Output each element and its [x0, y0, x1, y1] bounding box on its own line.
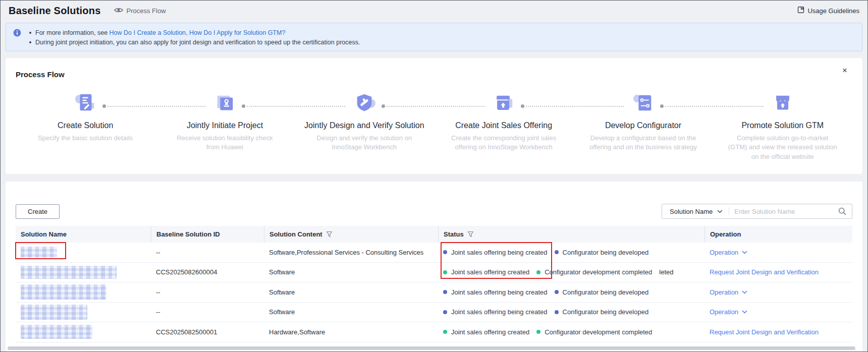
- step-title: Develop Configurator: [573, 121, 713, 130]
- table-row: CCS2025082600004 Software Joint sales of…: [16, 263, 852, 283]
- table-row: -- Software Joint sales offering being c…: [16, 282, 852, 303]
- status-dot-icon: [555, 290, 559, 294]
- bullet-icon: [29, 41, 31, 43]
- search-field-label: Solution Name: [670, 208, 713, 215]
- solution-content-cell: Software,Professional Services - Consult…: [264, 249, 438, 256]
- baseline-id-cell: --: [151, 288, 264, 296]
- solution-name-cell[interactable]: [16, 284, 151, 300]
- process-flow-title: Process Flow: [16, 70, 852, 79]
- search-control: Solution Name: [662, 204, 852, 219]
- document-pencil-icon: [74, 91, 97, 114]
- status-cell: Joint sales offering created Configurato…: [438, 328, 704, 336]
- step-description: Specify the basic solution details: [30, 134, 140, 143]
- column-header-solution-content: Solution Content: [264, 226, 438, 243]
- status-cell: Joint sales offering being created Confi…: [438, 288, 704, 296]
- info-icon: [13, 29, 21, 46]
- chevron-down-icon: [742, 251, 747, 254]
- create-button[interactable]: Create: [16, 204, 60, 219]
- table-header: Solution Name Baseline Solution ID Solut…: [16, 226, 852, 243]
- step-create-solution: Create Solution Specify the basic soluti…: [16, 91, 155, 161]
- banner-line-2: During joint project initiation, you can…: [26, 38, 360, 47]
- solutions-table-panel: Create Solution Name Solution Name Basel…: [6, 182, 862, 351]
- baseline-id-cell: CCS2025082500001: [151, 328, 264, 336]
- step-description: Develop a configurator based on the offe…: [588, 134, 698, 152]
- solution-content-cell: Hardware,Software: [264, 328, 438, 336]
- column-header-baseline-solution-id: Baseline Solution ID: [151, 226, 264, 243]
- redacted-solution-name: [21, 247, 57, 258]
- request-joint-design-link[interactable]: Request Joint Design and Verification: [710, 328, 819, 336]
- process-steps: Create Solution Specify the basic soluti…: [16, 91, 852, 161]
- step-description: Design and verify the solution on InnoSt…: [309, 134, 419, 152]
- operation-cell: Operation: [704, 308, 852, 316]
- status-cell: Joint sales offering being created Confi…: [438, 308, 704, 316]
- step-description: Receive solution feasibility check from …: [170, 134, 280, 152]
- chevron-down-icon: [717, 210, 723, 213]
- request-joint-design-link[interactable]: Request Joint Design and Verification: [710, 268, 819, 276]
- solution-content-cell: Software: [264, 308, 438, 316]
- horizontal-scrollbar[interactable]: [8, 346, 855, 350]
- status-badge: Joint sales offering being created: [443, 308, 548, 316]
- search-field-select[interactable]: Solution Name: [662, 208, 729, 215]
- filter-icon[interactable]: [467, 231, 474, 238]
- step-develop-configurator: Develop Configurator Develop a configura…: [573, 91, 713, 161]
- column-header-status: Status: [438, 226, 704, 243]
- baseline-id-cell: --: [151, 308, 264, 316]
- status-badge: Configurator being developed: [555, 288, 649, 296]
- shield-tools-icon: [353, 91, 376, 114]
- baseline-id-cell: CCS2025082600004: [151, 268, 264, 276]
- banner-help-link[interactable]: How Do I Create a Solution, How Do I App…: [110, 29, 286, 36]
- usage-guidelines-link[interactable]: Usage Guidelines: [797, 6, 859, 15]
- search-icon[interactable]: [838, 207, 846, 215]
- step-promote-solution-gtm: Promote Solution GTM Complete solution g…: [713, 91, 852, 161]
- usage-guidelines-label: Usage Guidelines: [807, 7, 859, 15]
- column-header-operation: Operation: [704, 226, 852, 243]
- redacted-solution-name: [21, 266, 117, 279]
- solution-name-cell[interactable]: [16, 325, 151, 339]
- table-row: -- Software,Professional Services - Cons…: [16, 243, 852, 263]
- solution-name-cell[interactable]: [16, 247, 151, 258]
- status-badge: Configurator being developed: [555, 249, 649, 256]
- page-title: Baseline Solutions: [9, 5, 101, 17]
- process-flow-toggle[interactable]: Process Flow: [114, 7, 166, 15]
- step-description: Complete solution go-to-market (GTM) and…: [728, 134, 838, 161]
- operation-menu-link[interactable]: Operation: [710, 288, 747, 296]
- solution-name-cell[interactable]: [16, 266, 151, 279]
- table-row: CCS2025082500001 Hardware,Software Joint…: [16, 322, 852, 342]
- top-bar: Baseline Solutions Process Flow Usage Gu…: [1, 1, 867, 21]
- operation-cell: Request Joint Design and Verification: [704, 268, 852, 276]
- step-title: Create Solution: [16, 121, 155, 130]
- redacted-solution-name: [21, 305, 87, 320]
- solution-content-cell: Software: [264, 288, 438, 296]
- status-badge: Joint sales offering being created: [443, 249, 548, 256]
- bullet-icon: [29, 32, 31, 34]
- status-badge: Joint sales offering being created: [443, 288, 548, 296]
- search-input[interactable]: [729, 208, 838, 215]
- status-badge: Configurator being developed: [555, 308, 649, 316]
- document-icon: [797, 6, 804, 15]
- filter-icon[interactable]: [326, 231, 333, 238]
- step-title: Create Joint Sales Offering: [434, 121, 573, 130]
- status-dot-icon: [443, 310, 447, 314]
- info-banner: For more information, see How Do I Creat…: [6, 23, 862, 51]
- sliders-icon: [631, 91, 655, 114]
- status-badge: Joint sales offering created: [443, 268, 529, 276]
- stray-text: leted: [659, 268, 673, 276]
- redacted-solution-name: [21, 325, 92, 339]
- banner-text: For more information, see: [35, 29, 110, 36]
- redacted-solution-name: [21, 284, 106, 300]
- operation-menu-link[interactable]: Operation: [710, 249, 747, 256]
- step-jointly-design-verify: Jointly Design and Verify Solution Desig…: [295, 91, 434, 161]
- status-dot-icon: [443, 290, 447, 294]
- banner-text: During joint project initiation, you can…: [35, 38, 360, 47]
- operation-menu-link[interactable]: Operation: [710, 308, 747, 316]
- close-icon[interactable]: ×: [842, 66, 847, 75]
- banner-line-1: For more information, see How Do I Creat…: [26, 28, 360, 38]
- status-dot-icon: [443, 270, 447, 274]
- solution-name-cell[interactable]: [16, 305, 151, 320]
- solution-content-cell: Software: [264, 268, 438, 276]
- stamp-icon: [213, 91, 236, 114]
- step-description: Create the corresponding joint sales off…: [449, 134, 559, 152]
- status-dot-icon: [443, 330, 447, 334]
- chevron-down-icon: [742, 310, 747, 314]
- eye-icon: [114, 7, 123, 15]
